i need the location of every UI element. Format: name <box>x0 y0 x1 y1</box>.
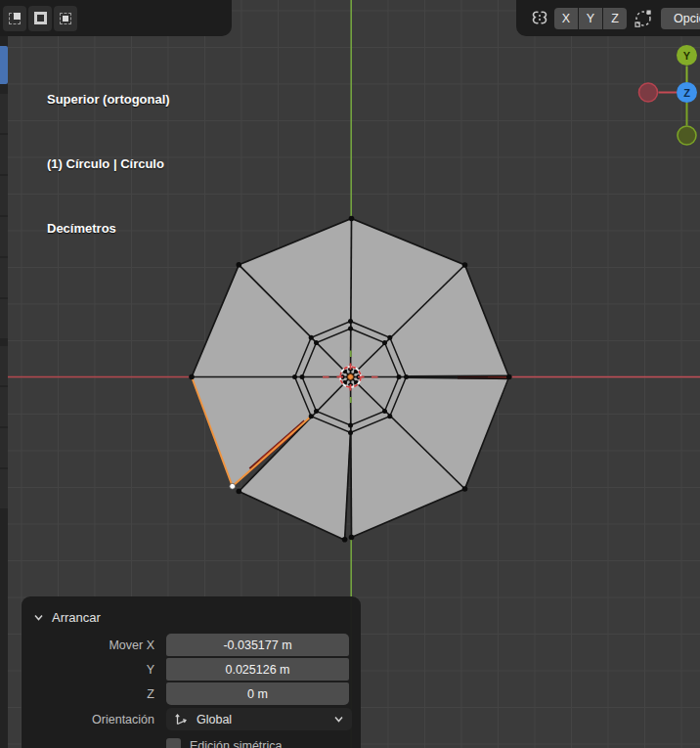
orientation-dropdown[interactable]: Global <box>166 708 352 730</box>
viewport-info-overlay: Superior (ortogonal) (1) Círculo | Círcu… <box>47 46 170 261</box>
symmetry-checkbox-label: Edición simétrica <box>190 739 282 748</box>
symmetry-checkbox[interactable] <box>166 738 181 748</box>
panel-header[interactable]: Arrancar <box>22 605 361 629</box>
mirror-butterfly-icon <box>529 9 550 28</box>
gizmo-y-ball[interactable]: Y <box>677 45 697 66</box>
header-right-tools: X Y Z Opcion <box>516 0 700 36</box>
view-name-text: Superior (ortogonal) <box>47 89 170 110</box>
options-dropdown-button[interactable]: Opcion <box>661 8 700 29</box>
orientation-value: Global <box>197 713 333 726</box>
gizmo-z-label: Z <box>683 87 690 99</box>
gizmo-y-label: Y <box>683 50 691 62</box>
move-x-label: Mover X <box>22 638 166 652</box>
orientation-axes-icon <box>174 712 189 726</box>
gizmo-y-neg-ball[interactable] <box>678 126 696 145</box>
symmetry-row: Edición simétrica <box>22 734 361 748</box>
vertex-select-icon <box>9 13 21 24</box>
move-y-row: Y 0.025126 m <box>22 658 361 681</box>
gizmo-x-neg-ball[interactable] <box>639 83 658 102</box>
chevron-down-icon <box>33 612 44 623</box>
chevron-down-icon <box>333 714 344 725</box>
units-text: Decímetros <box>47 218 170 240</box>
orientation-row: Orientación Global <box>22 708 361 730</box>
navigation-gizmo[interactable]: Y Z <box>639 45 698 145</box>
vertex-select-button[interactable] <box>3 6 26 31</box>
header-select-modes <box>0 0 232 36</box>
proportional-editing-icon[interactable] <box>633 8 654 29</box>
edge-select-button[interactable] <box>28 6 52 31</box>
move-z-row: Z 0 m <box>22 682 361 705</box>
symmetry-y-toggle[interactable]: Y <box>579 8 602 29</box>
symmetry-axis-toggles: X Y Z <box>554 8 627 29</box>
face-select-icon <box>60 13 71 24</box>
move-x-field[interactable]: -0.035177 m <box>166 634 349 656</box>
orientation-label: Orientación <box>22 713 166 726</box>
move-y-label: Y <box>22 663 166 677</box>
blender-3d-viewport: { "toolbar_top_left": { "buttons": ["ver… <box>0 0 700 748</box>
panel-title: Arrancar <box>52 610 101 625</box>
operator-panel-arrancar: Arrancar Mover X -0.035177 m Y 0.025126 … <box>22 596 361 748</box>
active-vertex-white <box>230 483 236 489</box>
move-z-label: Z <box>22 687 166 701</box>
move-z-field[interactable]: 0 m <box>166 682 349 705</box>
active-tool-indicator[interactable] <box>0 46 8 84</box>
active-object-text: (1) Círculo | Círculo <box>47 154 170 175</box>
move-x-row: Mover X -0.035177 m <box>22 634 361 656</box>
gizmo-z-ball[interactable]: Z <box>677 82 697 103</box>
object-origin-dot <box>348 374 354 380</box>
left-toolbar-strip[interactable] <box>0 0 8 748</box>
move-y-field[interactable]: 0.025126 m <box>166 658 349 681</box>
edge-select-icon <box>34 12 47 24</box>
symmetry-x-toggle[interactable]: X <box>554 8 578 29</box>
face-select-button[interactable] <box>54 6 77 31</box>
symmetry-z-toggle[interactable]: Z <box>603 8 627 29</box>
